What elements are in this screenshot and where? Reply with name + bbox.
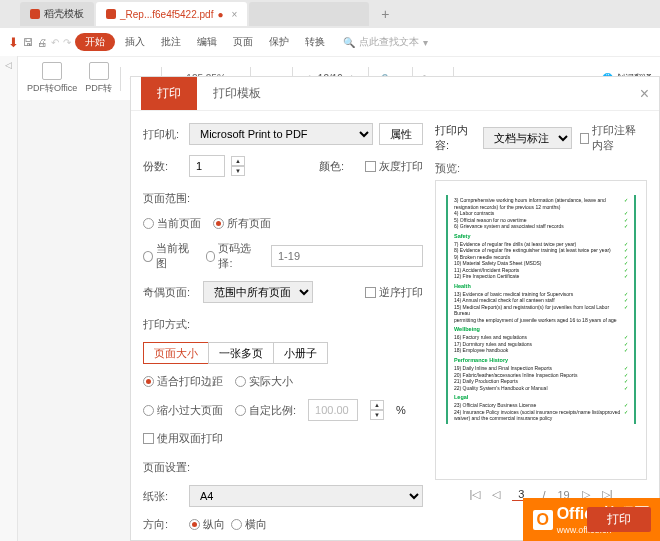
print-button[interactable]: 打印 bbox=[587, 507, 651, 532]
copies-input[interactable] bbox=[189, 155, 225, 177]
search-placeholder[interactable]: 点此查找文本 bbox=[359, 35, 419, 49]
dialog-tabs: 打印 打印模板 bbox=[131, 77, 659, 111]
spinner-down-icon[interactable]: ▼ bbox=[370, 410, 384, 420]
preview-label: 预览: bbox=[435, 161, 647, 176]
portrait-radio[interactable]: 纵向 bbox=[189, 517, 225, 532]
document-tabs: 稻壳模板 _Rep...f6e4f5422.pdf ● × + bbox=[0, 0, 660, 28]
color-label: 颜色: bbox=[319, 159, 359, 174]
tab-templates[interactable]: 稻壳模板 bbox=[20, 2, 94, 26]
fit-margin-radio[interactable]: 适合打印边距 bbox=[143, 374, 223, 389]
method-multi-button[interactable]: 一张多页 bbox=[208, 342, 273, 364]
app-menu-icon[interactable]: ⬇ bbox=[8, 35, 19, 50]
subset-select[interactable]: 范围中所有页面 bbox=[203, 281, 313, 303]
paper-label: 纸张: bbox=[143, 489, 183, 504]
grayscale-checkbox[interactable]: 灰度打印 bbox=[365, 159, 423, 174]
paper-select[interactable]: A4 bbox=[189, 485, 423, 507]
print-preview: 3) Comprehensive working hours informati… bbox=[435, 180, 647, 480]
menu-convert[interactable]: 转换 bbox=[299, 33, 331, 51]
menu-page[interactable]: 页面 bbox=[227, 33, 259, 51]
template-icon bbox=[30, 9, 40, 19]
new-tab-button[interactable]: + bbox=[371, 2, 399, 26]
fit-shrink-radio[interactable]: 缩小过大页面 bbox=[143, 403, 223, 418]
convert-icon bbox=[42, 62, 62, 80]
preview-panel: 打印内容: 文档与标注 打印注释内容 预览: 3) Comprehensive … bbox=[435, 123, 647, 541]
tab-label: _Rep...f6e4f5422.pdf bbox=[120, 9, 213, 20]
fit-actual-radio[interactable]: 实际大小 bbox=[235, 374, 293, 389]
menu-bar: ⬇ 🖫 🖨 ↶ ↷ 开始 插入 批注 编辑 页面 保护 转换 🔍 点此查找文本 … bbox=[0, 28, 660, 56]
chevron-left-icon[interactable]: ◁ bbox=[0, 60, 17, 70]
method-booklet-button[interactable]: 小册子 bbox=[273, 342, 328, 364]
range-select-radio[interactable]: 页码选择: bbox=[206, 241, 259, 271]
save-icon[interactable]: 🖫 bbox=[23, 37, 33, 48]
annotate-checkbox[interactable]: 打印注释内容 bbox=[580, 123, 647, 153]
office-logo-icon: O bbox=[533, 510, 553, 530]
landscape-radio[interactable]: 横向 bbox=[231, 517, 267, 532]
content-select[interactable]: 文档与标注 bbox=[483, 127, 572, 149]
close-icon[interactable]: × bbox=[640, 85, 649, 103]
menu-start[interactable]: 开始 bbox=[75, 33, 115, 51]
menu-annotate[interactable]: 批注 bbox=[155, 33, 187, 51]
method-size-button[interactable]: 页面大小 bbox=[143, 342, 208, 364]
subset-label: 奇偶页面: bbox=[143, 285, 197, 300]
close-icon[interactable]: × bbox=[231, 9, 237, 20]
range-section-title: 页面范围: bbox=[143, 191, 423, 206]
redo-icon[interactable]: ↷ bbox=[63, 37, 71, 48]
content-label: 打印内容: bbox=[435, 123, 475, 153]
page-range-input[interactable] bbox=[271, 245, 423, 267]
custom-scale-input[interactable] bbox=[308, 399, 358, 421]
printer-select[interactable]: Microsoft Print to PDF bbox=[189, 123, 373, 145]
orientation-label: 方向: bbox=[143, 517, 183, 532]
percent-label: % bbox=[396, 404, 406, 416]
properties-button[interactable]: 属性 bbox=[379, 123, 423, 145]
tab-print-template[interactable]: 打印模板 bbox=[197, 77, 277, 110]
reverse-checkbox[interactable]: 逆序打印 bbox=[365, 285, 423, 300]
convert-icon bbox=[89, 62, 109, 80]
undo-icon[interactable]: ↶ bbox=[51, 37, 59, 48]
first-page-icon[interactable]: |◁ bbox=[469, 488, 480, 501]
tab-label: 稻壳模板 bbox=[44, 7, 84, 21]
prev-page-icon[interactable]: ◁ bbox=[492, 488, 500, 501]
menu-protect[interactable]: 保护 bbox=[263, 33, 295, 51]
side-panel-strip[interactable]: ◁ bbox=[0, 56, 18, 541]
tab-other[interactable] bbox=[249, 2, 369, 26]
menu-insert[interactable]: 插入 bbox=[119, 33, 151, 51]
tab-print[interactable]: 打印 bbox=[141, 77, 197, 110]
pdf-to-office-button[interactable]: PDF转Office bbox=[27, 62, 77, 95]
duplex-checkbox[interactable]: 使用双面打印 bbox=[143, 431, 423, 446]
fit-custom-radio[interactable]: 自定比例: bbox=[235, 403, 296, 418]
pdf-icon bbox=[106, 9, 116, 19]
method-button-group: 页面大小 一张多页 小册子 bbox=[143, 342, 423, 364]
tab-pdf-document[interactable]: _Rep...f6e4f5422.pdf ● × bbox=[96, 2, 247, 26]
tab-modified-indicator: ● bbox=[217, 9, 223, 20]
print-icon[interactable]: 🖨 bbox=[37, 37, 47, 48]
preview-page: 3) Comprehensive working hours informati… bbox=[446, 195, 636, 424]
method-section-title: 打印方式: bbox=[143, 317, 423, 332]
pdf-convert-button[interactable]: PDF转 bbox=[85, 62, 112, 95]
range-view-radio[interactable]: 当前视图 bbox=[143, 241, 194, 271]
page-setup-title: 页面设置: bbox=[143, 460, 423, 475]
spinner-up-icon[interactable]: ▲ bbox=[231, 156, 245, 166]
menu-edit[interactable]: 编辑 bbox=[191, 33, 223, 51]
printer-label: 打印机: bbox=[143, 127, 183, 142]
spinner-down-icon[interactable]: ▼ bbox=[231, 166, 245, 176]
range-current-radio[interactable]: 当前页面 bbox=[143, 216, 201, 231]
print-dialog: 打印 打印模板 × 打印机: Microsoft Print to PDF 属性… bbox=[130, 76, 660, 541]
chevron-down-icon[interactable]: ▾ bbox=[423, 37, 428, 48]
copies-label: 份数: bbox=[143, 159, 183, 174]
print-settings-panel: 打印机: Microsoft Print to PDF 属性 份数: ▲ ▼ 颜… bbox=[143, 123, 423, 541]
search-icon[interactable]: 🔍 bbox=[343, 37, 355, 48]
range-all-radio[interactable]: 所有页面 bbox=[213, 216, 271, 231]
spinner-up-icon[interactable]: ▲ bbox=[370, 400, 384, 410]
